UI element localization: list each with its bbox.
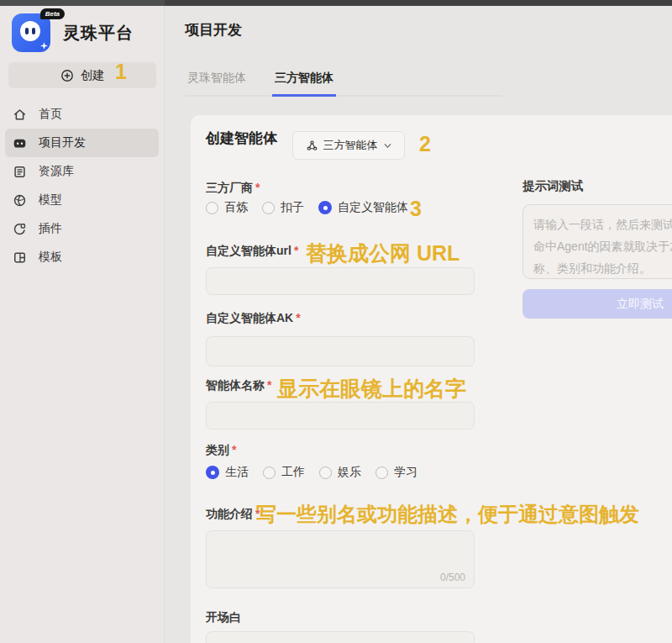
robot-eye: [25, 28, 29, 34]
annotation-marker-2: 2: [419, 132, 431, 156]
brand-row: Beta 灵珠平台: [12, 13, 134, 52]
tab-third-party-agent[interactable]: 三方智能体: [272, 71, 336, 97]
radio-label: 学习: [394, 465, 417, 480]
card-title: 创建智能体: [206, 129, 277, 148]
ak-label-text: 自定义智能体AK: [206, 311, 293, 324]
radio-circle: [262, 202, 275, 214]
radio-circle-selected: [206, 466, 219, 479]
sidebar-item-label: 插件: [39, 221, 62, 236]
sidebar-item-label: 首页: [39, 107, 62, 122]
app-logo: Beta: [12, 13, 50, 52]
custom-agent-ak-label: 自定义智能体AK*: [206, 311, 301, 326]
plus-circle-icon: [60, 69, 74, 82]
tab-bar: 灵珠智能体 三方智能体: [185, 71, 502, 97]
top-strip-left: [0, 0, 165, 6]
library-icon: [13, 165, 27, 179]
sidebar-item-label: 资源库: [39, 164, 74, 179]
radio-circle-selected: [318, 201, 332, 214]
annotation-marker-3: 3: [410, 197, 422, 221]
description-textarea[interactable]: [207, 531, 474, 588]
template-icon: [13, 250, 27, 265]
description-textarea-wrap: 0/500: [206, 530, 475, 588]
url-label-text: 自定义智能体url: [206, 244, 291, 257]
name-label-text: 智能体名称: [206, 378, 265, 392]
radio-circle: [375, 466, 388, 479]
sidebar-item-model[interactable]: 模型: [5, 186, 159, 214]
beta-badge: Beta: [40, 8, 65, 19]
custom-agent-url-label: 自定义智能体url*: [206, 244, 298, 259]
custom-agent-url-input[interactable]: [206, 267, 475, 295]
radio-circle: [319, 466, 332, 479]
char-counter: 0/500: [440, 572, 465, 583]
globe-icon: [13, 193, 27, 208]
vendor-label-text: 三方厂商: [206, 181, 253, 194]
radio-label: 自定义智能体: [338, 200, 408, 215]
required-asterisk: *: [267, 378, 271, 392]
radio-entertainment[interactable]: 娱乐: [319, 465, 361, 480]
radio-label: 百炼: [224, 200, 248, 215]
radio-label: 工作: [281, 465, 305, 480]
plugin-icon: [13, 222, 27, 236]
sidebar-item-label: 项目开发: [39, 135, 86, 150]
required-asterisk: *: [232, 443, 236, 456]
radio-custom-agent[interactable]: 自定义智能体: [318, 200, 408, 215]
create-button[interactable]: 创建: [8, 62, 156, 88]
opening-input[interactable]: [206, 631, 475, 643]
opening-label-text: 开场白: [206, 610, 241, 624]
home-icon: [13, 108, 27, 122]
placeholder-line: 称、类别和功能介绍。: [533, 257, 672, 279]
description-label-text: 功能介绍: [206, 507, 253, 520]
sidebar: Beta 灵珠平台 创建 1 首页 项目开发 资源库: [0, 6, 165, 643]
annotation-url-note: 替换成公网 URL: [306, 240, 459, 267]
brand-name: 灵珠平台: [63, 22, 134, 45]
radio-life[interactable]: 生活: [206, 465, 249, 480]
radio-kouzi[interactable]: 扣子: [262, 200, 304, 215]
radio-label: 扣子: [281, 200, 304, 215]
prompt-test-textarea[interactable]: 请输入一段话，然后来测试你 命中Agent的因素就取决于左 称、类别和功能介绍。: [522, 204, 672, 279]
required-asterisk: *: [296, 311, 300, 324]
category-label: 类别*: [206, 443, 236, 458]
radio-circle: [206, 202, 218, 214]
sidebar-item-label: 模板: [39, 250, 62, 265]
sidebar-item-label: 模型: [39, 192, 62, 208]
vendor-label: 三方厂商*: [206, 181, 260, 196]
sparkle-icon: [40, 42, 48, 50]
prompt-test-title: 提示词测试: [522, 178, 584, 194]
sidebar-item-home[interactable]: 首页: [5, 100, 159, 129]
custom-agent-ak-input[interactable]: [206, 336, 475, 366]
agent-type-value: 三方智能体: [323, 138, 378, 153]
robot-eye: [32, 28, 35, 34]
vendor-radio-group: 百炼 扣子 自定义智能体: [206, 200, 408, 215]
sidebar-item-template[interactable]: 模板: [5, 243, 159, 271]
annotation-marker-1: 1: [115, 60, 127, 84]
sidebar-item-plugin[interactable]: 插件: [5, 214, 159, 243]
window-top-strip: [0, 0, 672, 6]
cluster-icon: [306, 140, 318, 152]
sidebar-item-resource-library[interactable]: 资源库: [5, 157, 159, 186]
agent-name-label: 智能体名称*: [206, 378, 271, 393]
sidebar-item-project-dev[interactable]: 项目开发: [5, 129, 159, 157]
test-now-button[interactable]: 立即测试: [522, 289, 672, 319]
radio-work[interactable]: 工作: [263, 465, 305, 480]
opening-label: 开场白: [206, 610, 241, 625]
agent-name-input[interactable]: [206, 402, 475, 430]
lingzhu-platform-app: Beta 灵珠平台 创建 1 首页 项目开发 资源库: [0, 0, 672, 643]
annotation-name-note: 显示在眼镜上的名字: [277, 375, 466, 403]
radio-label: 生活: [225, 465, 249, 480]
agent-type-dropdown[interactable]: 三方智能体: [292, 131, 405, 160]
page-title: 项目开发: [185, 20, 242, 40]
category-radio-group: 生活 工作 娱乐 学习: [206, 465, 417, 480]
category-label-text: 类别: [206, 443, 229, 456]
radio-bailian[interactable]: 百炼: [206, 200, 248, 215]
tab-lingzhu-agent[interactable]: 灵珠智能体: [185, 71, 249, 97]
radio-circle: [263, 466, 276, 479]
required-asterisk: *: [255, 181, 260, 194]
robot-face-icon: [20, 21, 40, 41]
chevron-down-icon: [383, 141, 392, 150]
placeholder-line: 请输入一段话，然后来测试你: [533, 213, 672, 235]
placeholder-line: 命中Agent的因素就取决于左: [533, 235, 672, 257]
radio-study[interactable]: 学习: [375, 465, 417, 480]
radio-label: 娱乐: [338, 465, 361, 480]
description-label: 功能介绍*: [206, 507, 260, 522]
robot-head-icon: [13, 136, 27, 150]
